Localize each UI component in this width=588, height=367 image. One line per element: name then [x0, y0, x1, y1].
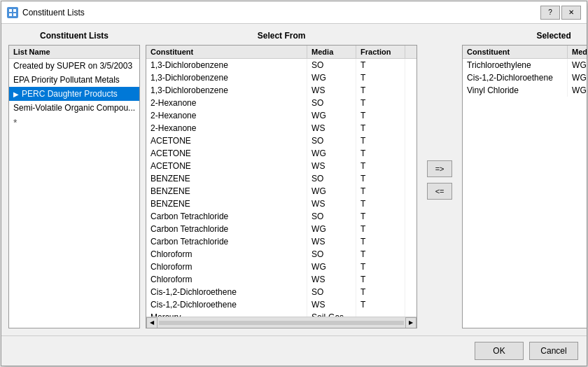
table-row[interactable]: 2-HexanoneWGT	[146, 109, 416, 122]
table-row[interactable]: Carbon TetrachlorideWGT	[146, 223, 416, 235]
ok-button[interactable]: OK	[475, 342, 524, 360]
svg-rect-2	[9, 13, 12, 16]
dialog-body: Constituent Lists List Name Created by S…	[1, 24, 587, 335]
table-row[interactable]: ACETONEWGT	[146, 147, 416, 160]
table-row[interactable]: TrichloroethyleneWGT	[463, 59, 587, 71]
transfer-buttons: => <=	[423, 31, 456, 328]
table-row[interactable]: 1,3-DichlorobenzeneWST	[146, 84, 416, 97]
table-row[interactable]: 2-HexanoneWST	[146, 122, 416, 134]
table-row[interactable]: Vinyl ChlorideWGT	[463, 84, 587, 97]
th-constituent: Constituent	[146, 46, 307, 58]
list-item-label: Created by SUPER on 3/5/2003	[13, 61, 132, 71]
list-item[interactable]: Semi-Volatile Organic Compou...	[9, 101, 139, 115]
table-row[interactable]: BENZENEWST	[146, 198, 416, 210]
title-bar: Constituent Lists ? ✕	[1, 1, 587, 24]
list-item-empty[interactable]: *	[9, 115, 139, 130]
svg-rect-3	[13, 13, 16, 16]
constituent-lists-header: List Name	[9, 46, 139, 59]
list-item-label: EPA Priority Pollutant Metals	[13, 75, 120, 85]
dot-icon: *	[13, 117, 17, 128]
table-row[interactable]: Carbon TetrachlorideWST	[146, 235, 416, 248]
svg-rect-0	[9, 9, 12, 12]
constituent-lists-panel: Constituent Lists List Name Created by S…	[8, 31, 140, 328]
th-media: Media	[307, 46, 356, 58]
scroll-left-icon[interactable]: ◀	[146, 317, 158, 328]
selected-panel: Selected Constituent Media Fraction Tric…	[462, 31, 587, 328]
selected-body[interactable]: TrichloroethyleneWGT Cis-1,2-Dichloroeth…	[463, 59, 587, 328]
table-row[interactable]: ACETONEWST	[146, 160, 416, 172]
title-bar-controls: ? ✕	[540, 6, 581, 20]
table-row[interactable]: 1,3-DichlorobenzeneSOT	[146, 59, 416, 71]
select-from-body[interactable]: 1,3-DichlorobenzeneSOT 1,3-Dichlorobenze…	[146, 59, 416, 317]
select-from-panel: Select From Constituent Media Fraction 1…	[146, 31, 417, 328]
table-row[interactable]: ChloroformWGT	[146, 261, 416, 273]
select-from-title: Select From	[146, 31, 417, 41]
list-item-label: PERC Daughter Products	[22, 89, 118, 99]
app-icon	[7, 7, 18, 18]
constituent-lists-dialog: Constituent Lists ? ✕ Constituent Lists …	[1, 1, 587, 366]
select-from-header: Constituent Media Fraction	[146, 46, 416, 59]
constituent-lists-box: List Name Created by SUPER on 3/5/2003 E…	[8, 45, 140, 328]
table-row[interactable]: BENZENEWGT	[146, 185, 416, 198]
table-row[interactable]: ACETONESOT	[146, 134, 416, 147]
select-from-table: Constituent Media Fraction 1,3-Dichlorob…	[146, 45, 417, 328]
sel-th-media: Media	[568, 46, 587, 58]
table-row[interactable]: 1,3-DichlorobenzeneWGT	[146, 71, 416, 84]
table-row[interactable]: Carbon TetrachlorideSOT	[146, 210, 416, 223]
table-row[interactable]: BENZENESOT	[146, 172, 416, 185]
table-row[interactable]: MercurySoil-Gas-	[146, 311, 416, 317]
close-button[interactable]: ✕	[561, 6, 581, 20]
sel-th-constituent: Constituent	[463, 46, 568, 58]
arrow-icon: ▶	[13, 90, 19, 98]
scroll-right-icon[interactable]: ▶	[405, 317, 416, 328]
svg-rect-1	[13, 9, 16, 12]
table-row[interactable]: Cis-1,2-DichloroetheneWGT	[463, 71, 587, 84]
list-item-selected[interactable]: ▶ PERC Daughter Products	[9, 87, 139, 101]
help-button[interactable]: ?	[540, 6, 560, 20]
selected-header: Constituent Media Fraction	[463, 46, 587, 59]
dialog-footer: OK Cancel	[1, 335, 587, 366]
table-row[interactable]: 2-HexanoneSOT	[146, 97, 416, 109]
table-row[interactable]: ChloroformWST	[146, 273, 416, 286]
selected-table: Constituent Media Fraction Trichloroethy…	[462, 45, 587, 328]
table-row[interactable]: Cis-1,2-DichloroetheneWST	[146, 298, 416, 311]
scroll-track[interactable]	[159, 321, 404, 325]
add-button[interactable]: =>	[427, 160, 452, 177]
list-item-label: Semi-Volatile Organic Compou...	[13, 103, 135, 113]
constituent-lists-title: Constituent Lists	[8, 31, 140, 41]
list-item[interactable]: EPA Priority Pollutant Metals	[9, 73, 139, 87]
selected-title: Selected	[462, 31, 587, 41]
th-fraction: Fraction	[356, 46, 405, 58]
remove-button[interactable]: <=	[427, 183, 452, 200]
title-bar-left: Constituent Lists	[7, 7, 85, 18]
table-row[interactable]: ChloroformSOT	[146, 248, 416, 261]
table-row[interactable]: Cis-1,2-DichloroetheneSOT	[146, 286, 416, 298]
cancel-button[interactable]: Cancel	[529, 342, 578, 360]
dialog-title: Constituent Lists	[22, 8, 85, 18]
list-item[interactable]: Created by SUPER on 3/5/2003	[9, 59, 139, 73]
horizontal-scrollbar[interactable]: ◀ ▶	[146, 317, 416, 328]
